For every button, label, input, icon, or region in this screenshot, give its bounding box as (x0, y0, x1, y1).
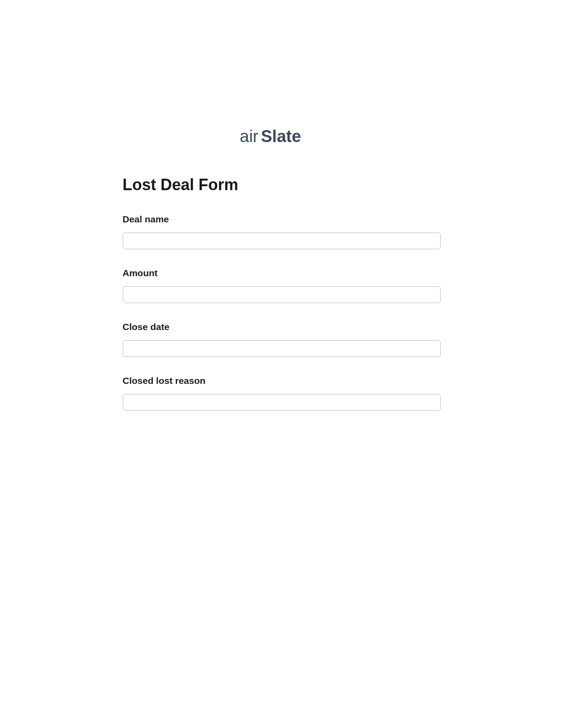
airslate-logo: air Slate (240, 128, 324, 149)
label-close-date: Close date (123, 322, 441, 332)
logo-container: air Slate (0, 128, 563, 149)
page-container: air Slate Lost Deal Form Deal name Amoun… (0, 0, 563, 411)
field-closed-lost-reason: Closed lost reason (123, 375, 441, 411)
input-close-date[interactable] (123, 340, 441, 357)
input-closed-lost-reason[interactable] (123, 394, 441, 411)
field-amount: Amount (123, 268, 441, 303)
label-amount: Amount (123, 268, 441, 278)
label-closed-lost-reason: Closed lost reason (123, 375, 441, 386)
label-deal-name: Deal name (123, 214, 441, 225)
input-deal-name[interactable] (123, 233, 441, 249)
form-title: Lost Deal Form (123, 176, 441, 194)
field-deal-name: Deal name (123, 214, 441, 249)
form-container: Lost Deal Form Deal name Amount Close da… (123, 176, 441, 411)
field-close-date: Close date (123, 322, 441, 357)
svg-text:Slate: Slate (261, 128, 301, 146)
svg-text:air: air (240, 128, 259, 146)
input-amount[interactable] (123, 286, 441, 303)
